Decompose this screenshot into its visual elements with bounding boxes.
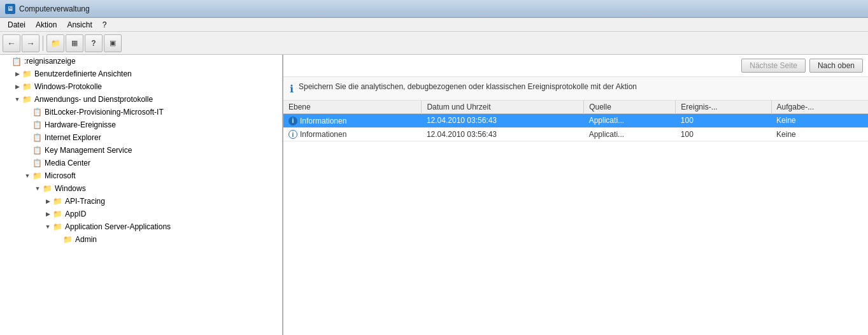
tree-label: Key Management Service: [45, 146, 132, 155]
forward-button[interactable]: →: [22, 34, 39, 52]
tree-item-benutzerdefinierte[interactable]: ▶ 📁 Benutzerdefinierte Ansichten: [0, 68, 282, 80]
tree-item-api-tracing[interactable]: ▶ 📁 API-Tracing: [0, 195, 282, 208]
cell-ereignis: 100: [676, 114, 771, 128]
tree-item-windows-protokolle[interactable]: ▶ 📁 Windows-Protokolle: [0, 80, 282, 93]
row-icon-2: i Informationen: [288, 130, 346, 139]
expand-icon-ie: [23, 133, 32, 142]
folder-icon-appserver: 📁: [52, 222, 62, 232]
folder-icon-microsoft: 📁: [32, 171, 42, 181]
col-aufgabe[interactable]: Aufgabe-...: [771, 101, 868, 114]
expand-icon-bitlocker: [23, 108, 32, 117]
right-panel: Nächste Seite Nach oben ℹ Speichern Sie …: [283, 55, 868, 335]
folder-icon-windows: 📁: [42, 183, 52, 194]
expand-icon-windows-protokolle: ▶: [13, 82, 22, 91]
tree-label: Admin: [75, 235, 97, 244]
info-circle-icon: i: [288, 117, 297, 125]
cell-source: Applicati...: [584, 114, 676, 128]
menu-bar: Datei Aktion Ansicht ?: [0, 18, 868, 32]
cell-aufgabe: Keine: [771, 127, 868, 141]
next-page-button[interactable]: Nächste Seite: [741, 59, 806, 73]
tree-label: AppID: [65, 210, 86, 218]
folder-icon: 📁: [22, 94, 32, 104]
expand-icon-microsoft: ▼: [23, 171, 32, 180]
tree-item-appid[interactable]: ▶ 📁 AppID: [0, 208, 282, 220]
col-datetime[interactable]: Datum und Uhrzeit: [422, 101, 584, 114]
title-bar: 🖥 Computerverwaltung: [0, 0, 868, 18]
info-bar: ℹ Speichern Sie die analytischen, debugb…: [283, 77, 868, 101]
col-quelle[interactable]: Quelle: [584, 101, 676, 114]
toolbar-separator-1: [43, 36, 43, 51]
tree-item-anwendungs[interactable]: ▼ 📁 Anwendungs- und Dienstprotokolle: [0, 93, 282, 106]
table-row[interactable]: i Informationen 12.04.2010 03:56:43 Appl…: [283, 114, 868, 128]
grid-button[interactable]: ▦: [66, 34, 83, 52]
folder-icon-api: 📁: [52, 196, 62, 206]
expand-icon-anwendungs: ▼: [13, 95, 22, 104]
table-header-row: Ebene Datum und Uhrzeit Quelle Ereignis-…: [283, 101, 868, 114]
col-ebene[interactable]: Ebene: [283, 101, 422, 114]
folder-icon: 📁: [22, 82, 32, 92]
expand-icon-mc: [23, 159, 32, 168]
tree-item-ereignisanzeige[interactable]: 📋 :reignisanzeige: [0, 55, 282, 68]
cell-datetime: 12.04.2010 03:56:43: [422, 114, 584, 128]
tree-label: :reignisanzeige: [24, 57, 76, 66]
tree-label: Anwendungs- und Dienstprotokolle: [34, 95, 153, 104]
log-icon-bitlocker: 📋: [32, 107, 42, 117]
cell-level: i Informationen: [283, 114, 422, 128]
cell-source: Applicati...: [584, 127, 676, 141]
cell-datetime: 12.04.2010 03:56:43: [422, 127, 584, 141]
title-bar-text: Computerverwaltung: [19, 4, 90, 13]
expand-icon-admin: [53, 235, 62, 244]
col-ereignis[interactable]: Ereignis-...: [676, 101, 771, 114]
expand-icon-hardware: [23, 120, 32, 129]
expand-icon-windows: ▼: [33, 184, 42, 193]
table-row[interactable]: i Informationen 12.04.2010 03:56:43 Appl…: [283, 127, 868, 141]
to-top-button[interactable]: Nach oben: [809, 59, 863, 73]
info-text: Speichern Sie die analytischen, debugbez…: [299, 82, 637, 91]
tree-label: Media Center: [45, 159, 90, 168]
tree-item-admin[interactable]: 📁 Admin: [0, 233, 282, 246]
menu-help[interactable]: ?: [97, 19, 112, 31]
folder-icon: 📁: [22, 69, 32, 79]
tree-item-microsoft[interactable]: ▼ 📁 Microsoft: [0, 169, 282, 182]
expand-icon-benutzerdefinierte: ▶: [13, 69, 22, 78]
menu-datei[interactable]: Datei: [3, 19, 31, 31]
row-icon-1: i Informationen: [288, 117, 346, 125]
tree-panel[interactable]: 📋 :reignisanzeige ▶ 📁 Benutzerdefinierte…: [0, 55, 283, 335]
tree-item-media-center[interactable]: 📋 Media Center: [0, 157, 282, 169]
folder-icon-appid: 📁: [52, 209, 62, 219]
top-buttons-bar: Nächste Seite Nach oben: [283, 55, 868, 77]
tree-item-internet-explorer[interactable]: 📋 Internet Explorer: [0, 131, 282, 144]
info-icon: ℹ: [290, 83, 294, 95]
help-button[interactable]: ?: [85, 34, 103, 52]
menu-aktion[interactable]: Aktion: [31, 19, 62, 31]
cell-ereignis: 100: [676, 127, 771, 141]
tree-label: Hardware-Ereignisse: [45, 120, 116, 129]
tree-item-app-server[interactable]: ▼ 📁 Application Server-Applications: [0, 220, 282, 233]
tree-item-hardware[interactable]: 📋 Hardware-Ereignisse: [0, 118, 282, 131]
back-button[interactable]: ←: [3, 34, 20, 52]
tree-item-windows[interactable]: ▼ 📁 Windows: [0, 182, 282, 195]
events-table: Ebene Datum und Uhrzeit Quelle Ereignis-…: [283, 101, 868, 141]
folder-icon-admin: 📁: [62, 234, 73, 245]
toolbar: ← → 📁 ▦ ? ▣: [0, 32, 868, 55]
app-icon: 🖥: [5, 4, 15, 14]
log-icon-ie: 📋: [32, 132, 42, 143]
log-icon-mc: 📋: [32, 158, 42, 168]
log-icon: 📋: [11, 56, 22, 66]
snap-button[interactable]: ▣: [104, 34, 122, 52]
file-button[interactable]: 📁: [46, 34, 64, 52]
expand-icon-appid: ▶: [43, 210, 52, 218]
tree-label: Microsoft: [45, 171, 76, 180]
tree-label: API-Tracing: [65, 197, 105, 206]
expand-icon-api: ▶: [43, 197, 52, 206]
tree-item-bitlocker[interactable]: 📋 BitLocker-Provisioning-Microsoft-IT: [0, 106, 282, 118]
tree-item-key-management[interactable]: 📋 Key Management Service: [0, 144, 282, 157]
log-icon-kms: 📋: [32, 145, 42, 155]
cell-level: i Informationen: [283, 127, 422, 141]
event-table[interactable]: Ebene Datum und Uhrzeit Quelle Ereignis-…: [283, 101, 868, 335]
cell-aufgabe: Keine: [771, 114, 868, 128]
menu-ansicht[interactable]: Ansicht: [62, 19, 97, 31]
tree-label: Windows-Protokolle: [34, 82, 102, 91]
expand-icon: [3, 57, 11, 66]
main-container: 📋 :reignisanzeige ▶ 📁 Benutzerdefinierte…: [0, 55, 868, 335]
